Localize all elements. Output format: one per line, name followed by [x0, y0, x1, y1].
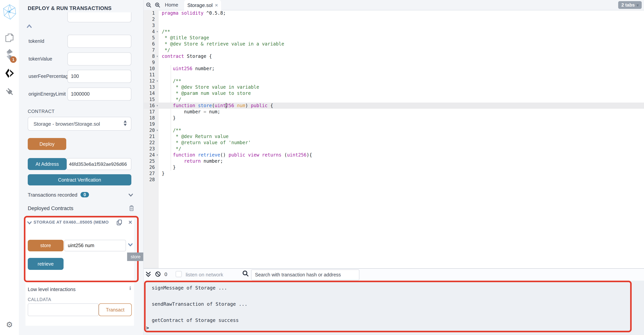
remix-logo-icon[interactable] [0, 4, 19, 20]
originenergylimit-field[interactable] [68, 88, 131, 101]
transactions-count-badge: 0 [80, 192, 89, 197]
remix-ide-app: 1 ⚙ DEPLOY & RUN TRANSACTIONS [0, 0, 644, 335]
tab-home[interactable]: Home [165, 0, 178, 10]
terminal-log-line: sendRawTransaction of Storage ... [152, 301, 248, 307]
line-number: 20▾ [144, 127, 159, 133]
contract-select[interactable]: Storage - browser/Storage.sol [28, 117, 131, 131]
fold-arrow-icon[interactable]: ▾ [156, 152, 158, 158]
field-label: tokenValue [28, 56, 67, 62]
file-explorer-icon[interactable] [0, 32, 19, 43]
plugin-manager-icon[interactable] [0, 86, 19, 97]
line-number: 26 [144, 164, 159, 170]
info-icon[interactable]: i [130, 285, 131, 291]
line-number: 1 [144, 10, 159, 16]
text-cursor [226, 103, 226, 108]
store-args-input[interactable] [64, 240, 126, 251]
code-line: 15 */ [144, 96, 644, 103]
code-line: 17 number = num; [144, 109, 644, 115]
collapse-terminal-icon[interactable] [146, 271, 151, 277]
listen-on-network-checkbox[interactable] [176, 271, 182, 277]
fold-arrow-icon[interactable]: ▾ [156, 29, 158, 35]
code-line: 8▾contract Storage { [144, 53, 644, 59]
clear-terminal-icon[interactable] [155, 271, 161, 277]
code-line: 20▾ /** [144, 127, 644, 133]
deploy-button[interactable]: Deploy [28, 138, 66, 150]
code-line: 21 * @dev Return value [144, 133, 644, 140]
code-line: 9 [144, 59, 644, 66]
terminal-search-input[interactable] [251, 269, 359, 280]
retrieve-button[interactable]: retrieve [28, 258, 64, 270]
code-line: 12▾ /** [144, 78, 644, 84]
fold-arrow-icon[interactable]: ▾ [156, 53, 158, 59]
instance-chevron-down-icon[interactable] [27, 221, 32, 225]
fold-arrow-icon[interactable]: ▾ [156, 103, 158, 109]
line-number: 10 [144, 66, 159, 72]
contract-verification-button[interactable]: Contract Verification [28, 174, 131, 185]
tabs-count-badge[interactable]: 2 tabs ▾ [618, 1, 642, 9]
code-line: 25 return number; [144, 158, 644, 164]
fold-arrow-icon[interactable]: ▾ [156, 78, 158, 84]
tokenid-field[interactable] [68, 35, 131, 48]
settings-gear-icon[interactable]: ⚙ [0, 321, 19, 328]
line-number: 3 [144, 22, 159, 29]
line-number: 14 [144, 90, 159, 96]
at-address-button[interactable]: At Address [28, 158, 67, 170]
code-line: 16▾ function store(uint256 num) public { [144, 103, 644, 109]
code-line: 27} [144, 170, 644, 177]
line-number: 23 [144, 146, 159, 152]
zoom-in-icon[interactable] [155, 2, 160, 8]
line-number: 7 [144, 47, 159, 53]
code-area[interactable]: 1pragma solidity ^0.5.8;234▾/**5 * @titl… [144, 10, 644, 183]
code-line: 19 [144, 121, 644, 127]
line-number: 11 [144, 72, 159, 78]
tab-close-icon[interactable]: × [215, 2, 218, 8]
contract-section-label: CONTRACT [28, 109, 55, 114]
instance-title: STORAGE AT 0X460...05005 (MEMO [34, 220, 110, 224]
panel-title: DEPLOY & RUN TRANSACTIONS [28, 6, 112, 11]
line-number: 27 [144, 170, 159, 177]
code-line: 26 } [144, 164, 644, 170]
transactions-recorded-label: Transactions recorded [28, 192, 78, 198]
select-spinner-icon [124, 120, 127, 126]
tokenvalue-field[interactable] [68, 53, 131, 66]
contract-select-value: Storage - browser/Storage.sol [34, 121, 100, 127]
transact-button[interactable]: Transact [98, 303, 132, 316]
chevron-up-icon[interactable] [26, 24, 32, 28]
fold-arrow-icon[interactable]: ▾ [156, 127, 158, 133]
line-number: 2 [144, 16, 159, 22]
line-number: 19 [144, 121, 159, 127]
transactions-chevron-down-icon[interactable] [128, 193, 133, 197]
instance-close-icon[interactable]: ✕ [128, 219, 132, 225]
field-label: userFeePercentage [28, 74, 68, 79]
pending-tx-count: 0 [164, 271, 167, 277]
code-line: 5 * @title Storage [144, 35, 644, 41]
terminal-output-region[interactable]: signMessage of Storage ...sendRawTransac… [144, 281, 644, 335]
tab-storage-sol[interactable]: Storage.sol × [184, 0, 221, 11]
tabs-caret-icon: ▾ [637, 3, 638, 7]
code-line: 22 * @return value of 'number' [144, 140, 644, 146]
store-expand-chevron-icon[interactable] [128, 243, 133, 247]
code-line: 28 [144, 177, 644, 183]
code-line: 4▾/** [144, 29, 644, 35]
at-address-input[interactable] [67, 158, 131, 170]
store-button[interactable]: store [28, 240, 64, 251]
code-line: 10 uint256 number; [144, 66, 644, 72]
tab-label: Storage.sol [188, 2, 213, 8]
terminal-log-line: getContract of Storage success [152, 317, 239, 323]
clipped-top-field[interactable] [68, 12, 131, 22]
calldata-input[interactable] [28, 303, 98, 316]
code-editor-region: Home Storage.sol × 2 tabs ▾ 1pragma soli… [144, 0, 644, 269]
search-icon [242, 270, 249, 277]
deploy-run-icon[interactable] [0, 68, 19, 79]
line-number: 6 [144, 41, 159, 47]
line-number: 15 [144, 96, 159, 103]
line-number: 5 [144, 35, 159, 41]
copy-icon[interactable] [117, 219, 122, 225]
line-number: 4▾ [144, 29, 159, 35]
trash-icon[interactable] [129, 205, 134, 211]
line-number: 16▾ [144, 103, 159, 109]
zoom-out-icon[interactable] [146, 2, 152, 8]
field-label: tokenId [28, 39, 67, 44]
calldata-label: CALLDATA [28, 297, 51, 302]
userfeepercentage-field[interactable] [68, 70, 131, 83]
